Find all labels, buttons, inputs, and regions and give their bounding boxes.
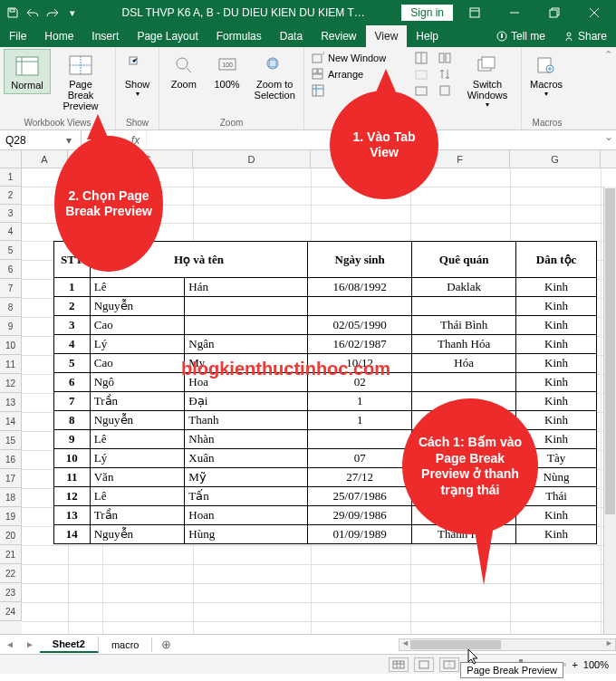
tell-me[interactable]: Tell me <box>487 25 554 47</box>
row-header[interactable]: 18 <box>0 488 22 507</box>
normal-view-status-icon[interactable] <box>389 657 409 672</box>
unhide-icon <box>415 84 428 97</box>
view-side-button[interactable] <box>437 51 457 65</box>
switch-windows-icon <box>476 53 499 77</box>
new-window-button[interactable]: ✶New Window <box>310 51 408 65</box>
row-header[interactable]: 15 <box>0 431 22 450</box>
expand-formula-icon[interactable]: ⌄ <box>602 130 616 149</box>
split-button[interactable] <box>413 51 431 65</box>
zoom-level[interactable]: 100% <box>583 659 609 670</box>
tab-help[interactable]: Help <box>407 25 448 47</box>
svg-rect-24 <box>439 53 444 62</box>
minimize-button[interactable] <box>496 0 533 25</box>
row-header[interactable]: 11 <box>0 355 22 374</box>
macros-button[interactable]: Macros▾ <box>525 49 567 101</box>
svg-rect-15 <box>313 54 322 62</box>
save-icon[interactable] <box>5 5 20 20</box>
zoom-selection-button[interactable]: Zoom to Selection <box>249 49 300 103</box>
row-header[interactable]: 7 <box>0 279 22 298</box>
signin-button[interactable]: Sign in <box>401 5 453 21</box>
row-header[interactable]: 17 <box>0 469 22 488</box>
page-break-preview-button[interactable]: Page Break Preview <box>53 49 109 114</box>
row-header[interactable]: 8 <box>0 298 22 317</box>
tab-review[interactable]: Review <box>312 25 365 47</box>
undo-icon[interactable] <box>25 5 40 20</box>
row-header[interactable]: 24 <box>0 602 22 621</box>
row-header[interactable]: 23 <box>0 583 22 602</box>
tab-page-layout[interactable]: Page Layout <box>128 25 207 47</box>
watermark-text: blogkienthuctinhoc.com <box>181 359 390 379</box>
sync-scroll-button[interactable] <box>437 67 457 82</box>
row-header[interactable]: 3 <box>0 205 22 223</box>
row-header[interactable]: 16 <box>0 450 22 469</box>
zoom-button[interactable]: Zoom <box>163 49 205 92</box>
row-header[interactable]: 13 <box>0 393 22 412</box>
sheet-nav-next[interactable]: ► <box>20 639 40 649</box>
unhide-button[interactable] <box>413 83 431 98</box>
collapse-ribbon-icon[interactable]: ⌃ <box>604 49 612 61</box>
reset-window-button[interactable] <box>437 83 457 98</box>
namebox-dropdown-icon[interactable]: ▾ <box>63 134 75 147</box>
horizontal-scrollbar[interactable]: ◄► <box>399 638 616 651</box>
row-header[interactable]: 10 <box>0 336 22 355</box>
share-button[interactable]: Share <box>554 25 616 47</box>
row-header[interactable]: 21 <box>0 545 22 564</box>
zoom-in-button[interactable]: + <box>572 659 577 670</box>
col-header[interactable]: D <box>193 150 311 168</box>
zoom-100-button[interactable]: 100100% <box>207 49 248 92</box>
row-header[interactable]: 12 <box>0 374 22 393</box>
row-header[interactable]: 4 <box>0 223 22 241</box>
name-box[interactable]: Q28▾ <box>0 130 82 149</box>
show-button[interactable]: Show▾ <box>120 49 155 101</box>
sheet-tab-active[interactable]: Sheet2 <box>40 637 99 653</box>
row-header[interactable]: 9 <box>0 317 22 336</box>
tab-file[interactable]: File <box>0 25 35 47</box>
freeze-icon <box>312 84 324 97</box>
ribbon-options-icon[interactable] <box>457 0 493 25</box>
normal-view-button[interactable]: Normal <box>4 49 51 94</box>
add-sheet-button[interactable]: ⊕ <box>152 638 180 651</box>
tab-home[interactable]: Home <box>35 25 82 47</box>
svg-rect-1 <box>470 8 479 17</box>
svg-text:100: 100 <box>222 62 233 68</box>
page-break-preview-status-icon[interactable] <box>439 657 459 672</box>
row-header[interactable]: 19 <box>0 507 22 526</box>
show-icon <box>126 53 149 77</box>
sheet-tab-bar: ◄ ► Sheet2 macro ⊕ ◄► <box>0 634 616 654</box>
sheet-nav-prev[interactable]: ◄ <box>0 639 20 649</box>
row-header[interactable]: 14 <box>0 412 22 431</box>
vertical-scrollbar[interactable] <box>603 187 616 634</box>
page-break-preview-icon <box>69 53 92 77</box>
table-row: 7TrầnĐại1Kinh <box>54 392 597 411</box>
normal-view-label: Normal <box>11 80 43 91</box>
select-all-cell[interactable] <box>0 150 22 168</box>
row-header[interactable]: 2 <box>0 187 22 205</box>
row-header[interactable]: 22 <box>0 564 22 583</box>
table-row: 3Cao02/05/1990Thái BìnhKinh <box>54 316 597 335</box>
row-header[interactable]: 6 <box>0 260 22 279</box>
hide-button[interactable] <box>413 67 431 82</box>
tab-insert[interactable]: Insert <box>82 25 128 47</box>
svg-rect-17 <box>313 69 317 73</box>
restore-button[interactable] <box>536 0 573 25</box>
row-header[interactable]: 20 <box>0 526 22 545</box>
row-header[interactable]: 1 <box>0 168 22 187</box>
col-header[interactable]: G <box>510 150 601 168</box>
page-layout-status-icon[interactable] <box>414 657 434 672</box>
qat-customize-icon[interactable]: ▾ <box>65 5 80 20</box>
col-header[interactable]: A <box>22 150 68 168</box>
svg-rect-22 <box>416 71 427 79</box>
tab-view[interactable]: View <box>366 25 408 47</box>
tab-formulas[interactable]: Formulas <box>207 25 271 47</box>
page-break-preview-label: Page Break Preview <box>55 79 106 111</box>
switch-windows-button[interactable]: Switch Windows▾ <box>460 49 515 111</box>
new-window-icon: ✶ <box>312 52 324 64</box>
sheet-tab[interactable]: macro <box>99 638 153 652</box>
svg-rect-14 <box>269 60 276 67</box>
row-header[interactable]: 5 <box>0 241 22 260</box>
redo-icon[interactable] <box>45 5 60 20</box>
zoom-selection-icon <box>263 53 286 77</box>
close-button[interactable] <box>576 0 612 25</box>
tab-data[interactable]: Data <box>271 25 312 47</box>
svg-rect-7 <box>16 57 38 75</box>
